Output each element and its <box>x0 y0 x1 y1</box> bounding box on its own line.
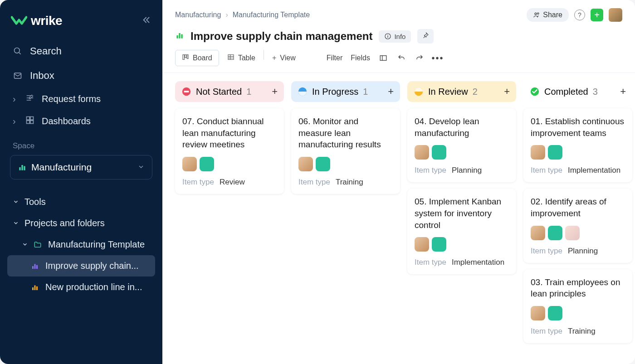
assignee-avatar[interactable] <box>531 306 545 320</box>
tree-tools-label: Tools <box>24 197 46 207</box>
card-title: 01. Establish continuous improvement tea… <box>531 116 625 139</box>
logo-icon <box>11 15 27 26</box>
view-row: Board Table + View Filter Fields ••• <box>162 50 635 73</box>
svg-rect-12 <box>32 287 34 290</box>
assignee-avatar[interactable] <box>531 145 545 160</box>
assignee-avatar[interactable] <box>432 237 446 252</box>
logo[interactable]: wrike <box>11 14 62 28</box>
undo-button[interactable] <box>396 53 406 63</box>
assignee-avatar[interactable] <box>415 237 429 252</box>
board-card[interactable]: 05. Implement Kanban system for inventor… <box>407 189 516 274</box>
redo-button[interactable] <box>415 53 425 63</box>
tree-project-production-line[interactable]: New production line in... <box>0 277 162 298</box>
meta-label: Item type <box>298 178 330 187</box>
space-name: Manufacturing <box>31 162 92 173</box>
svg-point-16 <box>537 13 539 14</box>
info-button[interactable]: Info <box>379 30 411 43</box>
svg-rect-9 <box>32 266 34 269</box>
assignee-avatar[interactable] <box>548 226 562 240</box>
tree-template[interactable]: Manufacturing Template <box>0 234 162 255</box>
assignee-avatar[interactable] <box>548 145 562 160</box>
add-card-button[interactable]: + <box>620 86 626 97</box>
card-meta: Item typePlanning <box>415 166 509 175</box>
filter-button[interactable]: Filter <box>327 54 343 62</box>
breadcrumb-link-0[interactable]: Manufacturing <box>175 11 221 19</box>
column-header[interactable]: Not Started1+ <box>175 81 284 102</box>
tree-template-label: Manufacturing Template <box>48 239 145 250</box>
nav-dashboards[interactable]: › Dashboards <box>0 110 162 132</box>
svg-rect-19 <box>181 34 182 39</box>
svg-rect-27 <box>184 91 189 92</box>
nav-inbox-label: Inbox <box>30 70 54 82</box>
space-selector[interactable]: Manufacturing <box>10 155 152 180</box>
status-icon <box>414 87 424 97</box>
title-row: Improve supply chain management Info <box>162 22 635 50</box>
tree-project-supply-chain[interactable]: Improve supply chain... <box>7 255 155 277</box>
topbar: Manufacturing › Manufacturing Template S… <box>162 0 635 22</box>
expand-button[interactable] <box>378 53 388 63</box>
people-icon <box>533 11 540 19</box>
nav-search[interactable]: Search <box>0 39 162 63</box>
nav-request-forms[interactable]: › Request forms <box>0 88 162 110</box>
board-column: Completed3+01. Establish continuous impr… <box>523 81 632 356</box>
meta-label: Item type <box>415 166 446 175</box>
assignee-avatar[interactable] <box>200 157 214 171</box>
space-label: Space <box>0 132 162 155</box>
folder-icon <box>34 241 43 249</box>
assignee-avatar[interactable] <box>548 306 562 320</box>
redo-icon <box>415 54 424 62</box>
user-avatar[interactable] <box>609 8 622 22</box>
assignee-avatar[interactable] <box>565 226 580 240</box>
svg-rect-17 <box>176 35 178 39</box>
pin-button[interactable] <box>417 29 434 44</box>
svg-rect-3 <box>30 117 34 120</box>
board-card[interactable]: 01. Establish continuous improvement tea… <box>523 108 632 182</box>
add-button[interactable]: + <box>591 9 603 21</box>
meta-value: Review <box>220 178 245 187</box>
add-card-button[interactable]: + <box>504 86 510 97</box>
help-button[interactable]: ? <box>574 10 585 20</box>
board-card[interactable]: 07. Conduct biannual lean manufacturing … <box>175 108 284 194</box>
top-actions: Share ? + <box>527 8 622 22</box>
form-icon <box>25 93 35 105</box>
meta-value: Training <box>568 327 596 336</box>
chevron-down-icon <box>137 162 145 173</box>
status-icon <box>298 87 308 97</box>
column-header[interactable]: Completed3+ <box>523 81 632 102</box>
more-button[interactable]: ••• <box>433 53 443 63</box>
add-card-button[interactable]: + <box>388 86 394 97</box>
view-tab-table[interactable]: Table <box>221 50 262 66</box>
view-tab-add[interactable]: + View <box>266 50 302 66</box>
assignee-avatar[interactable] <box>298 157 313 171</box>
column-count: 1 <box>363 87 368 97</box>
card-title: 06. Monitor and measure lean manufacturi… <box>298 116 393 150</box>
add-card-button[interactable]: + <box>272 86 278 97</box>
svg-rect-14 <box>36 286 38 290</box>
view-tab-add-label: View <box>280 54 295 62</box>
dashboard-icon <box>25 116 35 127</box>
card-avatars <box>415 237 509 252</box>
nav-inbox[interactable]: Inbox <box>0 63 162 88</box>
share-label: Share <box>543 11 562 19</box>
board-card[interactable]: 06. Monitor and measure lean manufacturi… <box>291 108 400 194</box>
board-card[interactable]: 03. Train employees on lean principlesIt… <box>523 269 632 343</box>
assignee-avatar[interactable] <box>415 145 429 160</box>
board-card[interactable]: 04. Develop lean manufacturingItem typeP… <box>407 108 516 182</box>
assignee-avatar[interactable] <box>316 157 330 171</box>
assignee-avatar[interactable] <box>432 145 446 160</box>
tree-tools[interactable]: Tools <box>0 191 162 213</box>
meta-value: Planning <box>568 247 598 256</box>
share-button[interactable]: Share <box>527 8 569 22</box>
column-header[interactable]: In Progress1+ <box>291 81 400 102</box>
tree-projects-folders[interactable]: Projects and folders <box>0 213 162 234</box>
column-header[interactable]: In Review2+ <box>407 81 516 102</box>
board-card[interactable]: 02. Identify areas of improvementItem ty… <box>523 189 632 262</box>
chevron-right-icon: › <box>225 11 228 19</box>
assignee-avatar[interactable] <box>531 226 545 240</box>
svg-rect-23 <box>187 55 188 59</box>
collapse-sidebar-button[interactable] <box>142 15 151 27</box>
assignee-avatar[interactable] <box>182 157 197 171</box>
view-tab-board[interactable]: Board <box>175 50 219 66</box>
fields-button[interactable]: Fields <box>351 54 370 62</box>
app-root: wrike Search Inbox › Request forms › Das… <box>0 0 635 364</box>
